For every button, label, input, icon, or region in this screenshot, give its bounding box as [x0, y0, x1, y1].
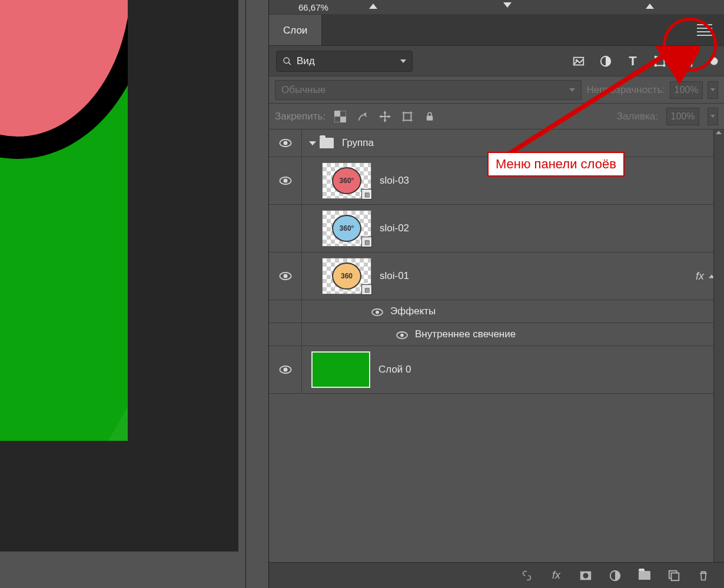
visibility-toggle[interactable]	[279, 366, 292, 374]
new-adjustment-button[interactable]	[609, 569, 622, 582]
lock-image-icon[interactable]	[356, 110, 369, 123]
filter-type-text-icon[interactable]: T	[626, 55, 639, 68]
filter-icons: T	[572, 55, 718, 68]
lock-artboard-icon[interactable]	[401, 110, 414, 123]
navigator-slider-handle[interactable]	[503, 2, 512, 8]
fill-label: Заливка:	[617, 111, 658, 122]
panel-tabs: Слои	[269, 15, 724, 46]
blend-mode-value: Обычные	[281, 84, 326, 96]
layer-row[interactable]: 360 ▧ sloi-01 fx	[269, 253, 724, 300]
svg-rect-9	[663, 64, 666, 67]
opacity-stepper[interactable]	[708, 81, 718, 99]
svg-point-0	[284, 58, 289, 63]
effect-name: Внутреннее свечение	[415, 328, 516, 340]
layer-thumbnail[interactable]: 360° ▧	[322, 162, 371, 199]
svg-rect-5	[656, 57, 665, 65]
filter-smartobject-icon[interactable]	[680, 55, 693, 68]
visibility-toggle[interactable]	[279, 139, 292, 147]
panel-menu-button[interactable]	[697, 24, 712, 36]
blend-mode-row: Обычные Непрозрачность: 100%	[269, 77, 724, 104]
svg-point-29	[400, 333, 404, 337]
navigator-slider-handle[interactable]	[369, 4, 377, 9]
filter-type-label: Вид	[297, 55, 315, 67]
svg-point-27	[376, 310, 379, 314]
svg-rect-13	[340, 117, 346, 122]
layer-name[interactable]: sloi-02	[380, 222, 409, 234]
visibility-toggle[interactable]	[279, 177, 292, 185]
lock-row: Закрепить: Заливка: 100%	[269, 104, 724, 129]
layer-thumbnail[interactable]	[311, 351, 370, 388]
document-canvas[interactable]	[0, 0, 128, 441]
add-mask-button[interactable]	[579, 569, 592, 582]
layer-effect-item[interactable]: Внутреннее свечение	[269, 323, 724, 346]
layer-thumbnail[interactable]: 360 ▧	[322, 258, 371, 294]
effects-label: Эффекты	[390, 305, 436, 317]
layer-filter-row: Вид T	[269, 46, 724, 77]
blend-mode-select[interactable]: Обычные	[275, 80, 582, 100]
expand-toggle[interactable]	[309, 141, 316, 145]
layer-name[interactable]: sloi-01	[380, 270, 409, 282]
filter-type-select[interactable]: Вид	[276, 51, 413, 72]
svg-rect-7	[663, 55, 666, 58]
thumb-graphic: 360°	[332, 215, 361, 242]
layer-name[interactable]: sloi-03	[380, 175, 409, 187]
new-layer-button[interactable]	[667, 569, 680, 582]
layer-thumbnail[interactable]: 360° ▧	[322, 210, 371, 247]
filter-adjustment-icon[interactable]	[599, 55, 612, 68]
layers-list: Группа 360° ▧ sloi-03 360° ▧ sloi-02	[269, 129, 724, 562]
navigator-bar: 66,67%	[269, 0, 724, 15]
filter-toggle[interactable]	[710, 57, 718, 65]
visibility-toggle[interactable]	[279, 272, 292, 280]
panel-divider[interactable]	[245, 0, 269, 588]
layer-effects-row[interactable]: Эффекты	[269, 300, 724, 323]
layer-row[interactable]: Слой 0	[269, 346, 724, 394]
lock-transparent-icon[interactable]	[334, 110, 347, 123]
canvas-stripe	[20, 390, 128, 441]
svg-line-1	[288, 62, 291, 65]
new-group-button[interactable]	[638, 569, 651, 582]
layer-name[interactable]: Группа	[342, 137, 374, 149]
layer-fx-indicator[interactable]: fx	[696, 270, 715, 283]
layers-bottom-bar: fx	[269, 562, 724, 588]
search-icon	[283, 57, 292, 66]
layers-scrollbar[interactable]	[713, 129, 724, 562]
fill-value[interactable]: 100%	[666, 108, 699, 125]
annotation-label: Меню панели слоёв	[487, 152, 625, 177]
chevron-down-icon	[569, 88, 575, 92]
opacity-label: Непрозрачность:	[586, 84, 665, 96]
link-layers-button[interactable]	[520, 569, 533, 582]
svg-rect-10	[682, 56, 690, 66]
visibility-toggle[interactable]	[396, 331, 408, 338]
layer-name[interactable]: Слой 0	[378, 364, 411, 376]
filter-shape-icon[interactable]	[653, 55, 666, 68]
svg-point-33	[583, 573, 588, 578]
svg-rect-8	[655, 64, 657, 67]
lock-all-icon[interactable]	[423, 110, 436, 123]
svg-point-31	[283, 368, 287, 372]
right-panel: 66,67% Слои Вид T Обычные	[269, 0, 724, 588]
smartobject-badge-icon: ▧	[361, 284, 372, 295]
smartobject-badge-icon: ▧	[361, 189, 372, 200]
fill-stepper[interactable]	[708, 108, 718, 125]
lock-position-icon[interactable]	[378, 110, 391, 123]
svg-point-23	[283, 179, 287, 183]
svg-point-21	[283, 141, 287, 145]
opacity-value[interactable]: 100%	[670, 81, 703, 99]
folder-icon	[320, 138, 334, 148]
svg-rect-12	[334, 111, 340, 117]
svg-rect-14	[404, 112, 411, 120]
tab-layers[interactable]: Слои	[269, 15, 322, 46]
filter-pixel-icon[interactable]	[572, 55, 585, 68]
zoom-value[interactable]: 66,67%	[298, 2, 328, 12]
layer-row[interactable]: 360° ▧ sloi-02	[269, 205, 724, 253]
lock-label: Закрепить:	[275, 111, 326, 122]
navigator-slider-handle[interactable]	[646, 4, 654, 9]
visibility-toggle[interactable]	[371, 308, 383, 315]
svg-rect-6	[655, 55, 657, 58]
smartobject-badge-icon: ▧	[361, 237, 372, 247]
thumb-graphic: 360	[332, 263, 361, 290]
layer-style-button[interactable]: fx	[550, 569, 563, 582]
chevron-down-icon	[400, 59, 406, 63]
thumb-graphic: 360°	[332, 167, 361, 194]
delete-layer-button[interactable]	[697, 569, 710, 582]
